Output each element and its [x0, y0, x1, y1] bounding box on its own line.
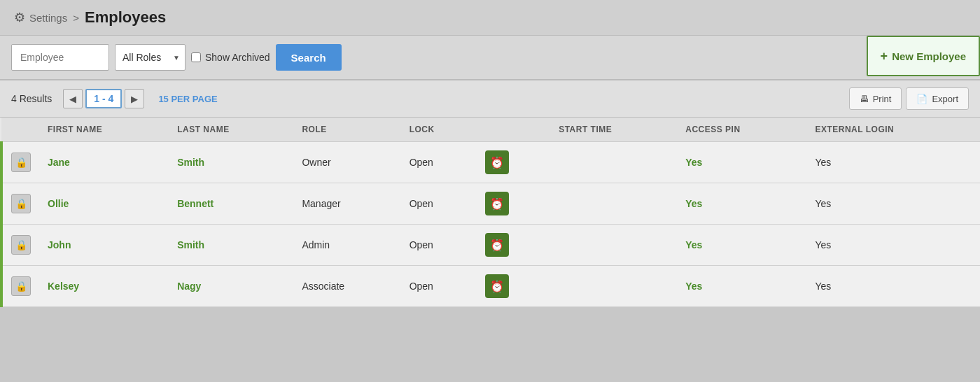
firstname-cell-3[interactable]: Kelsey: [39, 266, 169, 307]
externallogin-cell-1: Yes: [806, 183, 980, 225]
new-employee-button[interactable]: + New Employee: [867, 36, 980, 76]
externallogin-cell-3: Yes: [806, 266, 980, 307]
print-label: Print: [873, 94, 892, 104]
export-label: Export: [932, 94, 958, 104]
employee-table: FIRST NAME LAST NAME ROLE LOCK START TIM…: [0, 118, 980, 307]
accesspin-cell-0: Yes: [677, 142, 806, 183]
export-button[interactable]: 📄 Export: [906, 87, 969, 110]
accesspin-value-2: Yes: [685, 239, 702, 250]
search-button[interactable]: Search: [276, 44, 342, 71]
role-cell-1: Manager: [293, 183, 400, 225]
lock-text-cell-3: Open: [401, 266, 477, 307]
lock-icon-1[interactable]: 🔒: [11, 194, 31, 213]
starttime-cell-2: [550, 225, 677, 266]
roles-select-wrapper: All Roles Owner Manager Admin Associate: [115, 44, 186, 71]
firstname-link-2[interactable]: John: [48, 239, 71, 250]
table-row: 🔒 Kelsey Nagy Associate Open ⏰ Yes Yes: [1, 266, 980, 307]
breadcrumb-bar: ⚙ Settings > Employees: [0, 0, 980, 36]
accesspin-cell-2: Yes: [677, 225, 806, 266]
prev-page-button[interactable]: ◀: [63, 89, 83, 108]
lock-icon-0[interactable]: 🔒: [11, 153, 31, 172]
col-lock-text-header: LOCK: [401, 118, 477, 142]
print-icon: 🖶: [860, 94, 869, 104]
lock-text-cell-0: Open: [401, 142, 477, 183]
results-bar: 4 Results ◀ 1 - 4 ▶ 15 PER PAGE 🖶 Print …: [0, 80, 980, 118]
lock-icon-3[interactable]: 🔒: [11, 276, 31, 296]
lastname-link-3[interactable]: Nagy: [177, 281, 201, 292]
prev-icon: ◀: [69, 94, 76, 104]
clock-button-2[interactable]: ⏰: [485, 233, 509, 257]
firstname-link-1[interactable]: Ollie: [48, 198, 69, 209]
starttime-cell-0: [550, 142, 677, 183]
starttime-cell-1: [550, 183, 677, 225]
lastname-link-0[interactable]: Smith: [177, 157, 204, 168]
lastname-cell-2[interactable]: Smith: [169, 225, 293, 266]
lastname-link-2[interactable]: Smith: [177, 239, 204, 250]
accesspin-cell-3: Yes: [677, 266, 806, 307]
col-role-header: ROLE: [293, 118, 400, 142]
col-firstname-header: FIRST NAME: [39, 118, 169, 142]
firstname-link-3[interactable]: Kelsey: [48, 281, 79, 292]
firstname-cell-2[interactable]: John: [39, 225, 169, 266]
results-actions: 🖶 Print 📄 Export: [849, 87, 969, 110]
col-lastname-header: LAST NAME: [169, 118, 293, 142]
table-row: 🔒 John Smith Admin Open ⏰ Yes Yes: [1, 225, 980, 266]
accesspin-value-0: Yes: [685, 157, 702, 168]
show-archived-text: Show Archived: [205, 52, 270, 63]
clock-cell-3: ⏰: [477, 266, 550, 307]
firstname-cell-1[interactable]: Ollie: [39, 183, 169, 225]
employee-table-container: FIRST NAME LAST NAME ROLE LOCK START TIM…: [0, 118, 980, 307]
lastname-link-1[interactable]: Bennett: [177, 198, 214, 209]
starttime-cell-3: [550, 266, 677, 307]
print-button[interactable]: 🖶 Print: [849, 87, 902, 110]
toolbar-left: All Roles Owner Manager Admin Associate …: [11, 44, 969, 71]
clock-button-0[interactable]: ⏰: [485, 150, 509, 174]
lock-cell-2: 🔒: [1, 225, 39, 266]
col-externallogin-header: EXTERNAL LOGIN: [806, 118, 980, 142]
role-cell-2: Admin: [293, 225, 400, 266]
table-header-row: FIRST NAME LAST NAME ROLE LOCK START TIM…: [1, 118, 980, 142]
lastname-cell-0[interactable]: Smith: [169, 142, 293, 183]
export-icon: 📄: [916, 94, 927, 104]
clock-button-1[interactable]: ⏰: [485, 192, 509, 215]
breadcrumb-separator: >: [73, 12, 79, 24]
next-page-button[interactable]: ▶: [125, 89, 144, 108]
toolbar: All Roles Owner Manager Admin Associate …: [0, 36, 980, 80]
clock-button-3[interactable]: ⏰: [485, 274, 509, 298]
col-lock-header: [1, 118, 39, 142]
lastname-cell-1[interactable]: Bennett: [169, 183, 293, 225]
firstname-link-0[interactable]: Jane: [48, 157, 70, 168]
lock-text-cell-2: Open: [401, 225, 477, 266]
gear-icon: ⚙: [14, 10, 25, 25]
lock-cell-1: 🔒: [1, 183, 39, 225]
lock-cell-3: 🔒: [1, 266, 39, 307]
breadcrumb-current: Employees: [85, 8, 166, 27]
per-page-label[interactable]: 15 PER PAGE: [158, 94, 217, 104]
col-starttime-header: START TIME: [550, 118, 677, 142]
clock-cell-1: ⏰: [477, 183, 550, 225]
current-page: 1 - 4: [85, 89, 122, 108]
table-row: 🔒 Jane Smith Owner Open ⏰ Yes Yes: [1, 142, 980, 183]
externallogin-cell-2: Yes: [806, 225, 980, 266]
accesspin-value-1: Yes: [685, 198, 702, 209]
roles-select[interactable]: All Roles Owner Manager Admin Associate: [115, 44, 186, 71]
results-count: 4 Results: [11, 93, 52, 104]
lock-icon-2[interactable]: 🔒: [11, 235, 31, 255]
next-icon: ▶: [131, 94, 138, 104]
firstname-cell-0[interactable]: Jane: [39, 142, 169, 183]
clock-cell-2: ⏰: [477, 225, 550, 266]
externallogin-cell-0: Yes: [806, 142, 980, 183]
plus-icon: +: [881, 49, 888, 64]
clock-cell-0: ⏰: [477, 142, 550, 183]
new-employee-label: New Employee: [892, 50, 966, 62]
accesspin-value-3: Yes: [685, 281, 702, 292]
col-accesspin-header: ACCESS PIN: [677, 118, 806, 142]
col-clock-header: [477, 118, 550, 142]
breadcrumb-settings-label[interactable]: Settings: [29, 12, 67, 24]
lastname-cell-3[interactable]: Nagy: [169, 266, 293, 307]
show-archived-checkbox[interactable]: [191, 52, 201, 62]
breadcrumb-settings: ⚙ Settings: [14, 10, 67, 25]
show-archived-label[interactable]: Show Archived: [191, 52, 270, 63]
lock-cell-0: 🔒: [1, 142, 39, 183]
employee-search-input[interactable]: [11, 44, 109, 71]
